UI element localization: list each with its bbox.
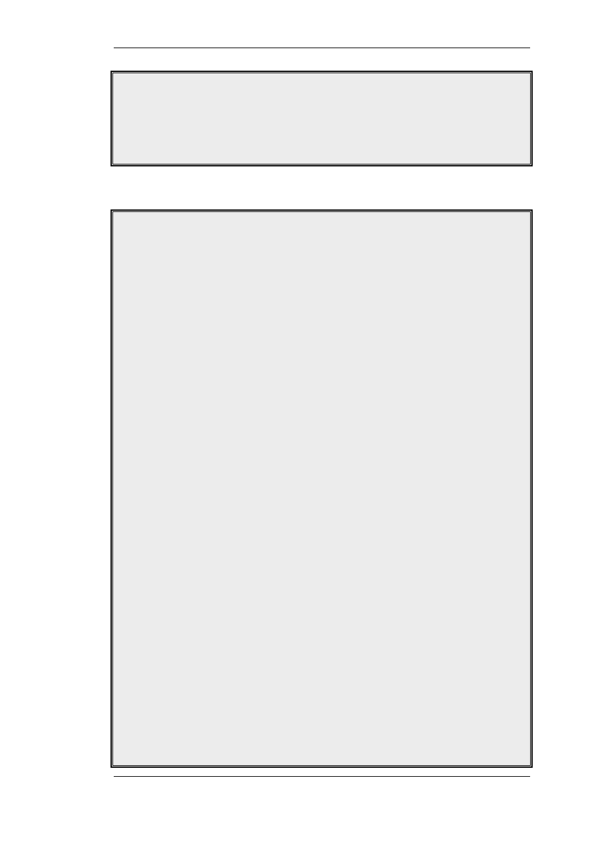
page [0, 0, 613, 868]
bottom-horizontal-rule [114, 776, 530, 777]
framed-panel-upper [111, 71, 533, 166]
framed-panel-lower [111, 209, 533, 768]
top-horizontal-rule [114, 48, 530, 48]
